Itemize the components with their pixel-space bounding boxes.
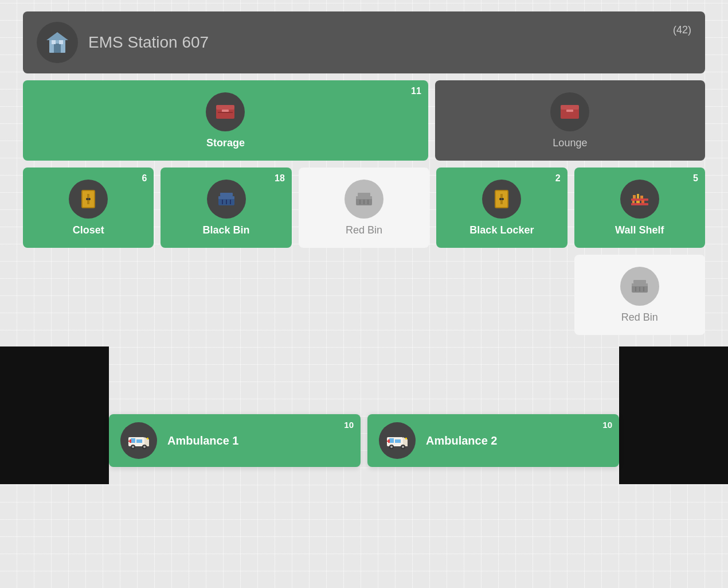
svg-rect-58 bbox=[147, 438, 148, 439]
svg-rect-4 bbox=[59, 40, 63, 44]
svg-rect-36 bbox=[633, 195, 636, 198]
ambulance-1-icon-circle bbox=[120, 422, 157, 459]
svg-rect-40 bbox=[636, 201, 640, 203]
red-bin-1-icon-circle bbox=[345, 180, 383, 219]
ambulance-2-label: Ambulance 2 bbox=[426, 434, 497, 447]
ambulance-2-count: 10 bbox=[602, 420, 612, 430]
storage-label: Storage bbox=[206, 137, 245, 149]
wall-shelf-label: Wall Shelf bbox=[615, 224, 664, 236]
room-red-bin-1[interactable]: Red Bin bbox=[299, 168, 429, 248]
svg-rect-62 bbox=[395, 439, 401, 443]
svg-point-32 bbox=[499, 198, 502, 200]
svg-rect-18 bbox=[218, 196, 234, 199]
storage-icon bbox=[214, 100, 237, 123]
svg-rect-35 bbox=[631, 198, 648, 201]
svg-rect-41 bbox=[641, 200, 644, 203]
svg-rect-7 bbox=[222, 110, 229, 112]
room-wall-shelf[interactable]: 5 Wall Shelf bbox=[574, 168, 705, 248]
room-black-bin[interactable]: 18 Black Bin bbox=[161, 168, 291, 248]
black-bin-label: Black Bin bbox=[203, 224, 250, 236]
svg-rect-69 bbox=[405, 438, 407, 439]
svg-rect-19 bbox=[220, 193, 233, 196]
black-bar-right bbox=[619, 346, 728, 484]
storage-count: 11 bbox=[411, 86, 421, 96]
closet-label: Closet bbox=[73, 224, 104, 236]
storage-icon-circle bbox=[206, 92, 245, 131]
svg-rect-57 bbox=[128, 441, 131, 442]
empty-cell-3 bbox=[299, 255, 429, 335]
room-ambulance-1[interactable]: 10 Ambulance 1 bbox=[109, 414, 361, 467]
closet-count: 6 bbox=[142, 173, 147, 184]
red-bin-2-label: Red Bin bbox=[621, 311, 658, 324]
closet-icon bbox=[77, 188, 99, 210]
black-locker-count: 2 bbox=[555, 173, 561, 184]
svg-rect-61 bbox=[389, 438, 394, 443]
black-locker-label: Black Locker bbox=[469, 224, 534, 236]
svg-rect-39 bbox=[632, 201, 635, 203]
building-icon bbox=[44, 29, 71, 56]
closet-icon-circle bbox=[69, 180, 108, 219]
black-bar-left bbox=[0, 346, 109, 484]
svg-rect-11 bbox=[566, 110, 573, 112]
empty-cell-2 bbox=[161, 255, 291, 335]
svg-rect-38 bbox=[640, 196, 643, 198]
svg-rect-10 bbox=[561, 105, 579, 110]
wall-shelf-icon bbox=[629, 188, 651, 210]
svg-rect-34 bbox=[631, 203, 648, 205]
svg-rect-2 bbox=[54, 44, 61, 53]
black-locker-icon bbox=[491, 188, 512, 210]
lounge-icon bbox=[558, 100, 581, 123]
wall-shelf-icon-circle bbox=[620, 180, 659, 219]
ambulance-grid: 10 Ambulance 1 10 bbox=[109, 414, 619, 467]
empty-cell-4 bbox=[436, 255, 567, 335]
svg-point-66 bbox=[402, 446, 404, 448]
red-bin-2-icon-circle bbox=[620, 267, 659, 306]
wall-shelf-count: 5 bbox=[693, 173, 698, 184]
station-icon-circle bbox=[37, 22, 78, 63]
ambulance-2-icon bbox=[385, 428, 410, 453]
svg-rect-44 bbox=[633, 280, 646, 283]
svg-point-15 bbox=[86, 198, 88, 200]
svg-rect-6 bbox=[216, 105, 234, 110]
header-count: (42) bbox=[673, 22, 691, 36]
lounge-icon-circle bbox=[550, 92, 589, 131]
svg-rect-37 bbox=[637, 194, 639, 198]
ambulance-1-count: 10 bbox=[344, 420, 354, 430]
empty-cell-1 bbox=[23, 255, 154, 335]
svg-rect-68 bbox=[387, 441, 390, 442]
svg-rect-24 bbox=[356, 196, 372, 199]
room-red-bin-2[interactable]: Red Bin bbox=[574, 255, 705, 335]
room-storage[interactable]: 11 Storage bbox=[23, 80, 428, 161]
svg-point-16 bbox=[88, 198, 91, 200]
svg-point-53 bbox=[132, 446, 134, 448]
room-black-locker[interactable]: 2 Black Locker bbox=[436, 168, 567, 248]
room-closet[interactable]: 6 Closet bbox=[23, 168, 154, 248]
ambulance-section: 10 Ambulance 1 10 bbox=[0, 346, 728, 484]
red-bin-2-icon bbox=[629, 275, 651, 297]
svg-rect-50 bbox=[131, 438, 135, 443]
black-bin-icon-circle bbox=[207, 180, 246, 219]
lounge-label: Lounge bbox=[553, 137, 587, 149]
red-bin-1-label: Red Bin bbox=[346, 224, 382, 236]
black-locker-icon-circle bbox=[482, 180, 521, 219]
header-left: EMS Station 607 bbox=[37, 22, 209, 63]
header-card: EMS Station 607 (42) bbox=[23, 11, 705, 73]
svg-point-64 bbox=[390, 446, 393, 448]
header-title: EMS Station 607 bbox=[88, 33, 209, 52]
black-bin-icon bbox=[216, 188, 237, 210]
ambulance-1-icon bbox=[126, 428, 151, 453]
svg-rect-43 bbox=[632, 283, 648, 286]
red-bin-1-icon bbox=[353, 188, 375, 210]
black-bin-count: 18 bbox=[275, 173, 285, 184]
room-lounge[interactable]: Lounge bbox=[435, 80, 705, 161]
svg-rect-8 bbox=[218, 112, 233, 113]
svg-rect-25 bbox=[358, 193, 370, 196]
svg-point-33 bbox=[502, 198, 504, 200]
svg-marker-1 bbox=[46, 32, 68, 40]
ambulance-2-icon-circle bbox=[379, 422, 416, 459]
svg-point-55 bbox=[143, 446, 146, 448]
svg-rect-3 bbox=[52, 40, 56, 44]
ambulance-1-label: Ambulance 1 bbox=[167, 434, 238, 447]
svg-rect-51 bbox=[136, 439, 142, 443]
room-ambulance-2[interactable]: 10 Ambulance 2 bbox=[367, 414, 619, 467]
